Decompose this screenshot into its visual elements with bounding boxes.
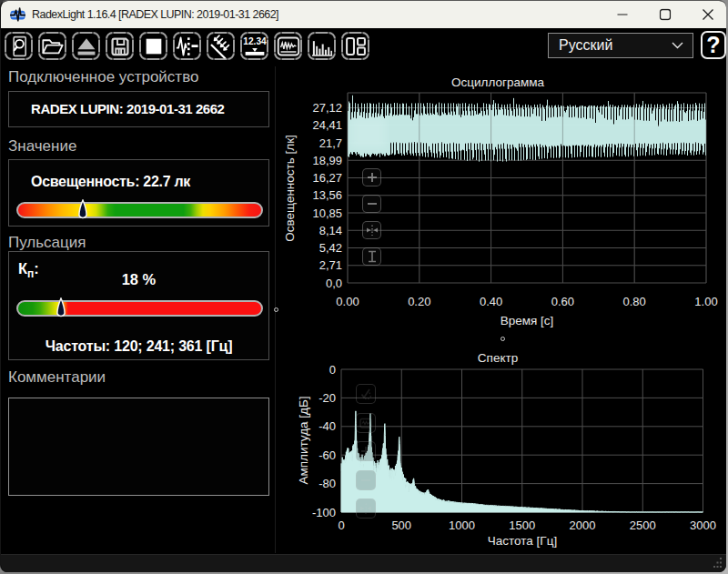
osc-y-tick: 18,99 <box>312 154 342 167</box>
spec-zoom-out-button[interactable] <box>356 470 376 490</box>
spec-zoom-in-button[interactable] <box>356 441 376 461</box>
spec-x-tick: 1500 <box>509 519 535 532</box>
trace-highlight <box>351 117 386 148</box>
spec-x-tick: 3000 <box>690 519 716 532</box>
osc-xlabel: Время [с] <box>500 314 554 327</box>
app-window: RadexLight 1.16.4 [RADEX LUPIN: 2019-01-… <box>0 0 726 572</box>
spec-fit-width-button[interactable] <box>356 498 376 519</box>
osc-ylabel: Освещенность [лк] <box>283 135 297 242</box>
osc-y-tick: 2,71 <box>319 258 342 272</box>
spec-y-tick: -20 <box>318 391 336 405</box>
osc-y-tick: 24,41 <box>312 118 342 132</box>
osc-fit-width-button[interactable] <box>362 221 381 239</box>
fit-width-icon <box>366 224 379 237</box>
spec-y-tick: -60 <box>318 448 336 462</box>
spec-x-tick: 500 <box>391 519 411 532</box>
horizontal-splitter-handle[interactable] <box>500 337 505 341</box>
spec-wave-button[interactable] <box>356 413 376 433</box>
spec-y-tick: -40 <box>318 419 336 433</box>
osc-y-tick: 27,12 <box>312 101 342 115</box>
spec-x-tick: 2500 <box>630 519 656 532</box>
spec-ylabel: Амплитуда [дБ] <box>297 396 310 484</box>
spec-y-tick: 0 <box>329 363 336 377</box>
spec-y-tick: -80 <box>318 477 336 490</box>
osc-zoom-out-button[interactable] <box>362 195 381 213</box>
check-icon <box>359 388 372 400</box>
spec-x-tick: 2000 <box>570 519 596 532</box>
osc-x-tick: 0.80 <box>623 295 646 308</box>
oscillogram-trace <box>349 96 706 162</box>
vertical-splitter-handle[interactable] <box>274 307 278 312</box>
resize-grip[interactable] <box>710 557 723 569</box>
osc-x-tick: 0.20 <box>408 295 430 308</box>
spec-autoscale-button[interactable] <box>356 384 376 404</box>
osc-x-tick: 0.60 <box>551 295 574 308</box>
osc-x-tick: 1.00 <box>694 295 717 308</box>
osc-y-tick: 13,56 <box>312 188 342 202</box>
fit-height-icon <box>366 250 379 263</box>
osc-fit-height-button[interactable] <box>362 247 381 266</box>
plus-icon <box>359 445 372 458</box>
wave-icon <box>359 417 372 429</box>
osc-y-tick: 0,0 <box>326 277 342 290</box>
osc-x-tick: 0.40 <box>480 295 502 308</box>
osc-x-tick: 0.00 <box>336 295 359 308</box>
osc-y-tick: 8,14 <box>319 224 342 237</box>
osc-y-tick: 21,7 <box>319 136 342 150</box>
spec-x-tick: 0 <box>338 519 344 532</box>
osc-y-tick: 10,85 <box>312 206 342 220</box>
plus-icon <box>366 171 379 184</box>
minus-icon <box>359 474 372 487</box>
osc-y-tick: 16,27 <box>312 171 342 185</box>
osc-y-tick: 5,42 <box>319 241 342 255</box>
status-bar <box>1 554 726 572</box>
spec-x-tick: 1000 <box>449 519 475 532</box>
spec-title: Спектр <box>478 351 518 365</box>
spec-y-tick: -100 <box>312 506 336 519</box>
osc-zoom-in-button[interactable] <box>362 168 381 186</box>
fit-width-icon <box>359 502 372 515</box>
osc-title: Осциллограмма <box>451 76 544 89</box>
minus-icon <box>366 197 379 210</box>
spec-xlabel: Частота [Гц] <box>488 534 557 548</box>
